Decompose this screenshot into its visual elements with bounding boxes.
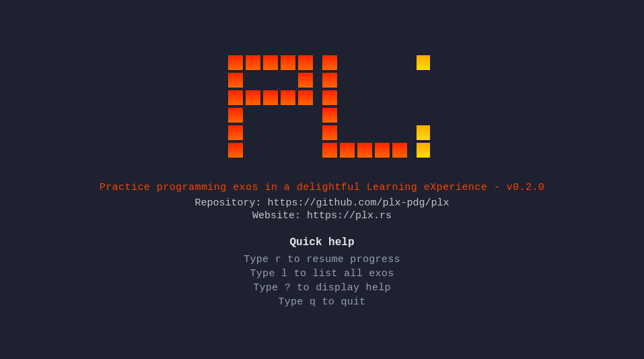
svg-rect-24	[340, 143, 355, 158]
svg-rect-10	[263, 90, 278, 105]
help-line-help: Type ? to display help	[244, 282, 400, 294]
svg-rect-25	[357, 143, 372, 158]
svg-rect-22	[322, 125, 337, 140]
svg-rect-8	[281, 55, 295, 70]
repo-line: Repository: https://github.com/plx-pdg/p…	[194, 197, 449, 209]
website-line: Website: https://plx.rs	[252, 210, 392, 222]
website-label: Website:	[252, 210, 307, 222]
svg-rect-11	[281, 90, 295, 105]
svg-rect-1	[228, 73, 243, 88]
svg-rect-20	[322, 90, 337, 105]
quick-help-section: Quick help Type r to resume progress Typ…	[244, 236, 400, 311]
svg-rect-18	[322, 55, 337, 70]
svg-rect-35	[417, 143, 430, 158]
svg-rect-7	[263, 55, 278, 70]
logo-container	[215, 48, 430, 170]
quick-help-title: Quick help	[244, 236, 400, 249]
svg-rect-3	[228, 108, 243, 123]
svg-rect-23	[322, 143, 337, 158]
help-line-resume: Type r to resume progress	[244, 254, 400, 265]
subtitle-text: Practice programming exos in a delightfu…	[100, 182, 545, 193]
svg-rect-28	[417, 55, 430, 70]
website-url: https://plx.rs	[307, 210, 392, 222]
plx-logo	[215, 48, 430, 170]
repo-url: https://github.com/plx-pdg/plx	[267, 197, 449, 209]
svg-rect-26	[375, 143, 390, 158]
help-line-list: Type l to list all exos	[244, 268, 400, 280]
svg-rect-9	[246, 90, 260, 105]
svg-rect-13	[298, 73, 313, 88]
help-line-quit: Type q to quit	[244, 296, 400, 308]
svg-rect-17	[281, 73, 295, 88]
svg-rect-21	[322, 108, 337, 123]
svg-rect-12	[298, 55, 313, 70]
svg-rect-2	[228, 90, 243, 105]
svg-rect-34	[417, 125, 430, 140]
svg-rect-16	[263, 73, 278, 88]
svg-rect-4	[228, 125, 243, 140]
svg-rect-27	[392, 143, 407, 158]
svg-rect-19	[322, 73, 337, 88]
svg-rect-14	[298, 90, 313, 105]
repo-label: Repository:	[194, 197, 267, 209]
svg-rect-5	[228, 143, 243, 158]
svg-rect-15	[246, 73, 260, 88]
svg-rect-6	[246, 55, 260, 70]
svg-rect-0	[228, 55, 243, 70]
